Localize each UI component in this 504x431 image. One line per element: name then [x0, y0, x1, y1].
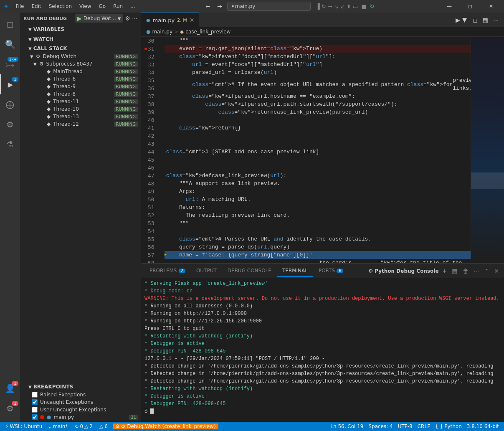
debug-arrow: ▶ — [165, 251, 167, 259]
terminal-content: * Serving Flask app 'create_link_preview… — [141, 278, 504, 422]
status-encoding[interactable]: UTF-8 — [396, 423, 414, 429]
menu-run[interactable]: Run — [110, 3, 126, 10]
breadcrumb-file[interactable]: main.py — [152, 29, 172, 35]
panel-tab-problems[interactable]: PROBLEMS2 — [144, 265, 190, 277]
split-editor-icon[interactable]: ▦ — [481, 16, 490, 24]
status-wsl[interactable]: ⚡ WSL: Ubuntu — [3, 423, 44, 429]
callstack-thread-item[interactable]: ◆ Thread-10 RUNNING — [20, 105, 141, 113]
callstack-thread-item[interactable]: ◆ Thread-8 RUNNING — [20, 90, 141, 98]
panel-tab-terminal[interactable]: TERMINAL — [277, 265, 313, 277]
customize-layout-icon[interactable]: ◻ — [471, 16, 479, 24]
callstack-arrow-icon: ▼ — [28, 46, 32, 51]
activity-item-settings[interactable]: ⚙ 1 — [0, 398, 20, 418]
terminal-line: * Running on http://127.0.0.1:9000 — [144, 310, 501, 317]
callstack-thread-item[interactable]: ◆ Thread-11 RUNNING — [20, 98, 141, 105]
variables-header[interactable]: ▼ VARIABLES — [20, 25, 141, 33]
line-number: 56 — [144, 243, 160, 251]
panel-tab-output[interactable]: OUTPUT — [191, 265, 222, 277]
breadcrumb-file-icon: ● — [146, 29, 150, 35]
close-button[interactable]: ✕ — [481, 0, 501, 13]
panel-tab-debug-console[interactable]: DEBUG CONSOLE — [223, 265, 276, 277]
breakpoint-checkbox[interactable] — [32, 407, 38, 413]
breakpoint-item[interactable]: Raised Exceptions — [20, 391, 141, 398]
menu-go[interactable]: Go — [96, 3, 109, 10]
add-terminal-icon[interactable]: + — [441, 267, 449, 275]
activity-bottom: 👤 1 ⚙ 1 — [0, 378, 20, 422]
debug-more-icon[interactable]: ⋯ — [132, 15, 138, 22]
kill-terminal-icon[interactable]: 🗑 — [461, 267, 470, 275]
breakpoint-checkbox[interactable] — [32, 414, 38, 420]
breakpoint-item[interactable]: ●main.py31 — [20, 413, 141, 421]
terminal-panel: PROBLEMS2 OUTPUT DEBUG CONSOLE TERMINAL … — [141, 263, 504, 422]
status-sync[interactable]: ↻ 0 △ 2 — [73, 423, 94, 429]
callstack-thread-item[interactable]: ◆ MainThread RUNNING — [20, 68, 141, 75]
breakpoint-checkbox[interactable] — [32, 399, 38, 405]
address-bar[interactable]: ✦ main.py — [227, 2, 311, 11]
status-language[interactable]: { } Python — [433, 423, 463, 429]
debug-config-selector[interactable]: ▶ Debug Wat... ▼ — [75, 14, 123, 23]
debug-gear-icon[interactable]: ⚙ — [125, 15, 130, 22]
debug-controls: ▐ ↻ → ↘ ↙ ⬆ ▭ — [316, 3, 358, 10]
line-number: 30 — [144, 37, 160, 45]
callstack-thread-item[interactable]: ◆ Thread-12 RUNNING — [20, 120, 141, 128]
callstack-header[interactable]: ▼ CALL STACK — [20, 44, 141, 53]
status-spaces[interactable]: Spaces: 4 — [367, 423, 394, 429]
breakpoint-item[interactable]: Uncaught Exceptions — [20, 398, 141, 406]
close-panel-icon[interactable]: ✕ — [492, 267, 501, 275]
breadcrumb-symbol[interactable]: case_link_preview — [185, 29, 230, 35]
code-line — [165, 227, 471, 235]
line-number: 33 — [144, 61, 160, 68]
activity-item-flask[interactable]: ⚗ — [0, 134, 20, 155]
status-branch[interactable]: ⹂ main* — [47, 423, 69, 429]
watch-header[interactable]: ▼ WATCH — [20, 35, 141, 43]
callstack-subprocess[interactable]: ▼ ⚙ Subprocess 80437 RUNNING — [20, 60, 141, 68]
more-terminal-icon[interactable]: ⋯ — [472, 267, 481, 275]
callstack-root[interactable]: ▼ ⚙ Debug Watch RUNNING — [20, 53, 141, 60]
run-split-icon[interactable]: ▶ ⯆ — [454, 16, 469, 24]
collapse-panel-icon[interactable]: ⌃ — [483, 267, 491, 275]
thread-icon: ◆ — [47, 114, 51, 119]
menu-more[interactable]: ... — [127, 3, 138, 10]
tab-close-icon[interactable]: ✕ — [190, 17, 195, 23]
maximize-button[interactable]: ◻ — [461, 0, 480, 13]
callstack-thread-item[interactable]: ◆ Thread-9 RUNNING — [20, 83, 141, 90]
activity-item-extensions[interactable]: ⨁ — [0, 94, 20, 114]
menu-selection[interactable]: Selection — [46, 3, 75, 10]
panel-tab-ports[interactable]: PORTS6 — [314, 265, 348, 277]
back-button[interactable]: ← — [204, 2, 212, 10]
callstack-thread-item[interactable]: ◆ Thread-13 RUNNING — [20, 113, 141, 120]
activity-item-run-debug[interactable]: ▶ 1 — [0, 74, 20, 94]
more-actions-icon[interactable]: ⋯ — [491, 16, 501, 24]
activity-item-source-control[interactable]: ⧴ 1k+ — [0, 54, 20, 74]
forward-button[interactable]: → — [215, 2, 224, 10]
activity-item-search[interactable]: 🔍 — [0, 34, 20, 54]
status-debug[interactable]: ⚙ ⚙ Debug Watch (create_link_preview) — [113, 423, 218, 429]
minimize-button[interactable]: — — [440, 0, 459, 13]
activity-item-explorer[interactable]: ◻ — [0, 14, 20, 34]
status-eol[interactable]: CRLF — [416, 423, 432, 429]
menu-edit[interactable]: Edit — [28, 3, 45, 10]
breakpoint-checkbox[interactable] — [32, 392, 38, 398]
status-warnings[interactable]: △ 6 — [98, 423, 109, 429]
stop-btn[interactable]: ■ — [361, 3, 366, 10]
activity-item-accounts[interactable]: 👤 1 — [0, 378, 20, 398]
editor-tab-main[interactable]: ● main.py 2, M ✕ — [141, 13, 199, 27]
thread-list: ◆ MainThread RUNNING◆ Thread-6 RUNNING◆ … — [20, 68, 141, 128]
source-control-badge: 1k+ — [8, 57, 18, 62]
menu-view[interactable]: View — [76, 3, 94, 10]
activity-item-remote[interactable]: ⚙ — [0, 114, 20, 134]
menu-file[interactable]: File — [12, 3, 27, 10]
breakpoints-arrow-icon: ▼ — [28, 385, 32, 389]
status-position[interactable]: Ln 56, Col 19 — [329, 423, 365, 429]
status-python-version[interactable]: 3.8.10 64-bit — [465, 423, 501, 429]
breakpoints-header[interactable]: ▼ BREAKPOINTS — [20, 383, 141, 391]
wsl-icon: ⚡ — [5, 423, 8, 429]
thread-badge: RUNNING — [114, 122, 138, 127]
breakpoint-item[interactable]: User Uncaught Exceptions — [20, 406, 141, 413]
callstack-thread-item[interactable]: ◆ Thread-6 RUNNING — [20, 75, 141, 83]
split-terminal-icon[interactable]: ▦ — [450, 267, 459, 275]
line-number: 44 — [144, 148, 160, 156]
restart-btn[interactable]: ↻ — [370, 3, 375, 10]
terminal-line: * Running on http://172.26.156.206:9000 — [144, 317, 501, 325]
code-line: """ — [165, 219, 471, 227]
